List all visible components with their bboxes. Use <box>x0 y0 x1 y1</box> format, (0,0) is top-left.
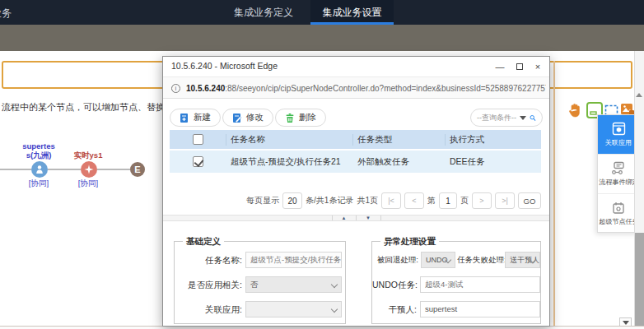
button-label: 修改 <box>246 112 264 123</box>
cell-exec-mode: DEE任务 <box>445 156 541 168</box>
node2-sub-label: [协同] <box>59 178 117 189</box>
row-checkbox-cell <box>170 156 226 167</box>
fieldset-legend: 异常处理设置 <box>380 236 439 248</box>
page-suffix: 页 <box>460 195 469 206</box>
modify-button[interactable]: 修改 <box>222 109 273 127</box>
fail-label: 任务失败处理: <box>457 255 503 266</box>
related-app-label: 关联应用: <box>175 304 242 316</box>
next-page-button[interactable]: > <box>472 192 492 209</box>
header-task-name[interactable]: 任务名称 <box>226 134 352 146</box>
panel-splitter[interactable]: ▲ ▼ <box>163 215 549 221</box>
flow-connector <box>48 169 81 170</box>
maximize-button[interactable] <box>516 63 523 70</box>
header-checkbox-cell <box>170 134 226 145</box>
panel-item-label: 超级节点任务 <box>599 217 638 226</box>
panel-item-related-app[interactable]: 关联应用 <box>598 115 639 155</box>
per-page-label: 每页显示 <box>246 195 279 206</box>
supervisor-label: 干预人: <box>372 304 417 316</box>
flow-event-icon <box>611 161 626 175</box>
fail-select[interactable]: 送干预人 <box>505 252 540 268</box>
filter-dropdown[interactable]: --查询条件-- <box>470 109 543 127</box>
per-page-input[interactable]: 20 <box>282 192 302 209</box>
sparkle-icon <box>84 164 94 174</box>
splitter-collapse-up[interactable]: ▲ <box>332 215 357 220</box>
header-exec-mode[interactable]: 执行方式 <box>445 134 541 146</box>
delete-button[interactable]: 删除 <box>275 109 326 127</box>
node2-label: 实时ys1 <box>59 151 117 161</box>
undo-task-input[interactable]: 超级4-测试 <box>420 276 540 293</box>
panel-item-label: 关联应用 <box>605 138 632 147</box>
trash-icon <box>285 113 295 123</box>
table-row[interactable]: 超级节点-预提交/执行任务21 外部触发任务 DEE任务 <box>170 151 541 173</box>
chevron-down-icon <box>331 281 338 288</box>
action-node[interactable] <box>81 161 97 178</box>
screen: 业务 集成业务定义 集成业务设置 流程图 集成视图 流程中的某个节点，可以增加节… <box>0 0 644 329</box>
new-doc-icon <box>180 113 189 123</box>
flow-connector <box>97 169 130 170</box>
end-node-label: E <box>134 164 140 174</box>
tab-label: 集成业务设置 <box>323 7 382 18</box>
edge-popup-window: 10.5.6.240 - Microsoft Edge — × i 10.5.6… <box>162 56 550 327</box>
end-node[interactable]: E <box>130 162 145 177</box>
first-page-button[interactable]: |< <box>381 192 401 209</box>
triangle-down-icon <box>623 321 629 325</box>
tab-label: 集成业务定义 <box>234 7 293 18</box>
supernode-task-icon <box>612 201 625 215</box>
tab-integration-definition[interactable]: 集成业务定义 <box>218 0 309 25</box>
related-app-select[interactable] <box>245 301 342 317</box>
undo-task-label: UNDO任务: <box>372 280 417 291</box>
scrollbar-thumb[interactable] <box>635 233 644 326</box>
cell-task-type: 外部触发任务 <box>352 156 445 168</box>
button-label: 新建 <box>194 112 211 123</box>
new-button[interactable]: 新建 <box>170 109 221 127</box>
canvas-right-divider <box>553 61 555 326</box>
popup-title: 10.5.6.240 - Microsoft Edge <box>171 61 278 71</box>
hand-icon <box>568 103 581 118</box>
filter-label: --查询条件-- <box>477 113 516 123</box>
minimize-button[interactable]: — <box>493 60 506 73</box>
header-task-type[interactable]: 任务类型 <box>352 134 445 146</box>
person-node[interactable] <box>31 161 48 178</box>
pagination-bar: 每页显示 20 条/共1条记录 共1页 |< < 第 1 页 > >| GO <box>246 192 541 210</box>
edit-doc-icon <box>232 113 242 123</box>
search-icon[interactable] <box>530 113 536 123</box>
select-all-checkbox[interactable] <box>193 134 203 145</box>
prev-page-button[interactable]: < <box>404 192 424 209</box>
tab-integration-settings[interactable]: 集成业务设置 <box>310 0 394 25</box>
rollback-select[interactable]: UNDO <box>421 252 455 268</box>
node1-label-line1: supertes <box>10 141 68 151</box>
task-name-input[interactable]: 超级节点-预提交/执行任务21 <box>245 252 342 268</box>
task-name-label: 任务名称: <box>175 255 242 266</box>
table-header-row: 任务名称 任务类型 执行方式 <box>170 130 541 149</box>
flow-connector <box>0 169 31 170</box>
rollback-label: 被回退处理: <box>374 255 418 266</box>
records-label: 条/共1条记录 <box>306 195 353 206</box>
go-button[interactable]: GO <box>518 192 541 209</box>
chevron-down-icon <box>331 306 338 313</box>
task-table: 任务名称 任务类型 执行方式 超级节点-预提交/执行任务21 外部触发任务 DE… <box>170 130 541 173</box>
scroll-up-button[interactable] <box>635 89 643 100</box>
close-button[interactable]: × <box>531 60 544 73</box>
related-app-icon <box>612 122 626 136</box>
basic-definition-fieldset: 基础定义 任务名称: 超级节点-预提交/执行任务21 是否应用相关: 否 关联应… <box>174 241 346 324</box>
app-related-select[interactable]: 否 <box>245 276 342 293</box>
splitter-collapse-down[interactable]: ▼ <box>357 215 381 220</box>
cell-task-name: 超级节点-预提交/执行任务21 <box>226 156 352 168</box>
info-icon[interactable]: i <box>171 84 180 93</box>
url-text[interactable]: 10.5.6.240:88/seeyon/cip/cipSuperNodeCon… <box>186 84 546 93</box>
fieldset-legend: 基础定义 <box>183 236 224 248</box>
sub-toolbar-band: 流程图 集成视图 <box>0 25 644 51</box>
row-checkbox[interactable] <box>193 156 203 167</box>
top-nav-bar: 业务 集成业务定义 集成业务设置 <box>0 0 644 25</box>
app-related-label: 是否应用相关: <box>175 280 242 291</box>
exception-settings-fieldset: 异常处理设置 被回退处理: UNDO 任务失败处理: 送干预人 UNDO任务: … <box>371 241 541 324</box>
panel-item-supernode-task[interactable]: 超级节点任务 <box>598 194 639 234</box>
page-prefix: 第 <box>427 195 436 206</box>
panel-item-label: 流程事件绑定 <box>599 178 638 187</box>
page-number-input[interactable]: 1 <box>439 192 457 209</box>
pan-hand-tool[interactable] <box>568 103 581 121</box>
last-page-button[interactable]: >| <box>495 192 515 209</box>
popup-titlebar[interactable]: 10.5.6.240 - Microsoft Edge — × <box>163 57 549 76</box>
supervisor-input[interactable]: supertest <box>420 301 540 317</box>
panel-item-flow-event-binding[interactable]: 流程事件绑定 <box>598 155 639 194</box>
